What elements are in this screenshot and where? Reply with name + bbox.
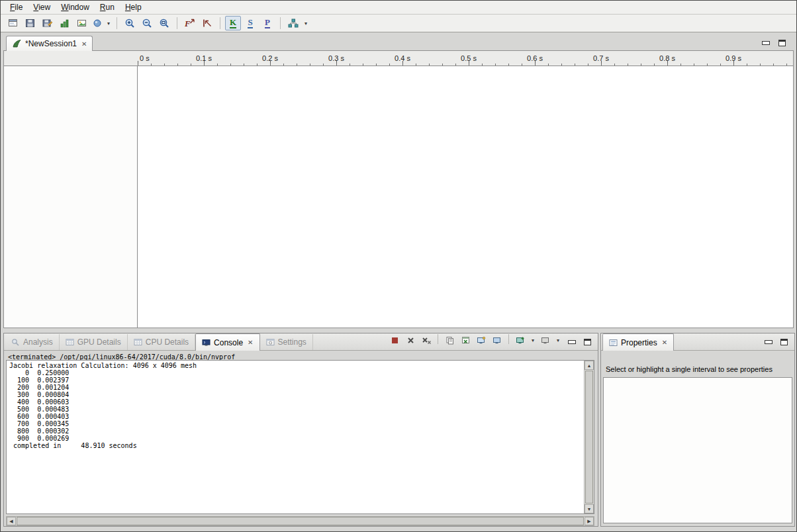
save-as-icon xyxy=(42,18,53,28)
analysis-tab-icon xyxy=(11,338,20,346)
new-console-view-icon xyxy=(541,336,550,345)
editor-window-buttons xyxy=(762,40,786,46)
horizontal-scrollbar[interactable]: ◀ ▶ xyxy=(6,516,594,526)
scroll-right-button[interactable]: ▶ xyxy=(585,517,594,525)
properties-hint-text: Select or highlight a single interval to… xyxy=(606,365,790,373)
chevron-down-icon[interactable]: ▾ xyxy=(555,337,561,343)
analysis-button[interactable] xyxy=(285,16,301,30)
console-output[interactable]: Jacobi relaxation Calculation: 4096 x 40… xyxy=(6,360,594,514)
scroll-up-button[interactable]: ▲ xyxy=(585,361,594,370)
tab-cpu-details-label: CPU Details xyxy=(146,337,189,347)
menu-file[interactable]: File xyxy=(5,1,28,13)
new-session-button[interactable] xyxy=(5,16,21,30)
console-line: 100 0.002397 xyxy=(9,377,582,384)
menu-bar: File View Window Run Help xyxy=(1,1,796,15)
minimize-icon[interactable] xyxy=(765,339,772,345)
zoom-out-icon xyxy=(142,18,153,29)
close-icon[interactable]: ✕ xyxy=(248,339,253,346)
zoom-out-button[interactable] xyxy=(139,16,155,30)
scroll-left-button[interactable]: ◀ xyxy=(7,517,16,525)
tab-console[interactable]: Console ✕ xyxy=(195,333,259,351)
remove-launch-button[interactable] xyxy=(404,335,417,346)
console-line: Jacobi relaxation Calculation: 4096 x 40… xyxy=(9,362,582,369)
vertical-scrollbar-thumb[interactable] xyxy=(585,371,593,504)
menu-help[interactable]: Help xyxy=(120,1,147,13)
save-icon xyxy=(24,18,36,28)
properties-content-box xyxy=(603,377,792,523)
maximize-icon[interactable] xyxy=(780,339,788,345)
menu-run[interactable]: Run xyxy=(95,1,120,13)
close-icon[interactable]: ✕ xyxy=(662,339,667,346)
kernel-mode-label: K xyxy=(230,17,236,27)
display-selected-console-button[interactable] xyxy=(491,335,504,346)
chevron-down-icon[interactable]: ▾ xyxy=(105,21,112,26)
report-button[interactable] xyxy=(73,16,89,30)
range-end-marker-icon xyxy=(201,18,213,28)
new-console-view-button[interactable] xyxy=(539,335,552,346)
save-as-button[interactable] xyxy=(39,16,55,30)
properties-view: Properties ✕ Select or highlight a singl… xyxy=(600,333,795,527)
mark-range-end-button[interactable] xyxy=(199,16,215,30)
kernel-mode-button[interactable]: K xyxy=(225,16,241,30)
tab-properties[interactable]: Properties ✕ xyxy=(602,333,674,351)
range-start-marker-icon: F xyxy=(184,18,196,28)
process-underline xyxy=(265,27,270,28)
console-line: 700 0.000345 xyxy=(9,420,582,427)
stream-underline xyxy=(248,27,252,28)
new-session-icon xyxy=(7,18,19,28)
maximize-icon[interactable] xyxy=(584,339,591,345)
minimize-icon[interactable] xyxy=(762,40,769,46)
chevron-down-icon[interactable]: ▾ xyxy=(303,21,309,26)
tab-gpu-details[interactable]: GPU Details xyxy=(60,334,128,350)
terminate-button[interactable] xyxy=(388,335,401,346)
minimize-icon[interactable] xyxy=(568,339,575,345)
zoom-fit-icon xyxy=(159,18,170,29)
process-mode-button[interactable]: P xyxy=(259,16,275,30)
display-console-icon xyxy=(492,336,502,345)
console-line: 300 0.000804 xyxy=(9,391,582,398)
chevron-down-icon[interactable]: ▾ xyxy=(530,337,536,343)
remove-all-launches-button[interactable] xyxy=(420,335,433,346)
scroll-down-button[interactable]: ▼ xyxy=(585,504,594,513)
tab-analysis-label: Analysis xyxy=(23,337,53,347)
pin-console-button[interactable] xyxy=(475,335,488,346)
timeline-ruler[interactable]: 0 s 0.1 s 0.2 s 0.3 s 0.4 s 0.5 s 0.6 s … xyxy=(4,51,793,66)
session-tab-label: *NewSession1 xyxy=(25,39,77,48)
tab-settings[interactable]: Settings xyxy=(260,334,313,350)
kernel-underline xyxy=(230,27,236,28)
timeline-canvas[interactable] xyxy=(138,66,793,328)
toolbar-separator xyxy=(220,17,220,29)
console-line: 200 0.001204 xyxy=(9,384,582,391)
tab-analysis[interactable]: Analysis xyxy=(5,334,60,350)
tab-cpu-details[interactable]: CPU Details xyxy=(128,334,195,350)
open-console-button[interactable] xyxy=(514,335,527,346)
export-output-button[interactable] xyxy=(459,335,472,346)
vertical-scrollbar[interactable]: ▲ ▼ xyxy=(584,361,594,513)
stream-mode-label: S xyxy=(248,17,252,27)
settings-tab-icon xyxy=(266,338,275,346)
copy-output-button[interactable] xyxy=(443,335,456,346)
properties-window-buttons xyxy=(762,339,794,350)
maximize-icon[interactable] xyxy=(778,40,786,46)
timeline-chart-button[interactable] xyxy=(56,16,72,30)
bar-chart-icon xyxy=(59,18,70,28)
remove-launch-icon xyxy=(406,336,415,345)
stream-mode-button[interactable]: S xyxy=(242,16,258,30)
mark-range-start-button[interactable]: F xyxy=(182,16,198,30)
console-line: 500 0.000483 xyxy=(9,406,582,413)
toolbar-separator xyxy=(280,17,281,29)
ruler-tick-marks xyxy=(138,61,793,66)
horizontal-scrollbar-thumb[interactable] xyxy=(17,517,584,525)
console-line: 900 0.000269 xyxy=(9,435,582,442)
save-button[interactable] xyxy=(22,16,38,30)
close-icon[interactable]: ✕ xyxy=(81,40,87,48)
copy-icon xyxy=(445,336,454,345)
zoom-fit-button[interactable] xyxy=(156,16,172,30)
menu-view[interactable]: View xyxy=(28,1,56,13)
tab-console-label: Console xyxy=(214,338,243,347)
zoom-in-button[interactable] xyxy=(122,16,138,30)
timeline-row-names-panel[interactable] xyxy=(4,66,138,328)
session-tab[interactable]: *NewSession1 ✕ xyxy=(6,36,93,51)
menu-window[interactable]: Window xyxy=(56,1,95,13)
lens-tool-button[interactable] xyxy=(91,16,104,30)
